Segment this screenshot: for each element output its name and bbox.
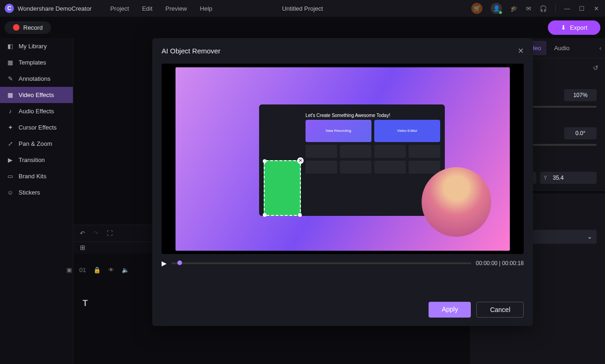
video-effects-icon: ▦ [7,91,14,98]
topbar: Record ⬇ Export [0,17,605,38]
sidebar-item-brand-kits[interactable]: ▭Brand Kits [0,168,73,184]
apply-button[interactable]: Apply [429,302,471,318]
modal-playbar: ▶ 00:00:00 | 00:00:18 [162,260,524,267]
maximize-icon[interactable]: ☐ [579,5,585,12]
scale-value[interactable]: 107% [564,89,597,101]
close-icon[interactable]: ✕ [594,5,600,12]
inner-tile-video-editor: Video Editor [374,120,440,142]
project-title: Untitled Project [282,5,323,12]
cursor-effects-icon: ✦ [7,124,14,131]
app-name: Wondershare DemoCreator [18,5,91,12]
timecode: 00:00:00 | 00:00:18 [476,260,524,266]
modal-close-icon[interactable]: ✕ [518,46,524,55]
redo-icon[interactable]: ↷ [93,230,98,237]
templates-icon: ▦ [7,59,14,66]
menu-project[interactable]: Project [110,5,129,12]
play-slider[interactable] [171,262,471,264]
minimize-icon[interactable]: — [564,5,571,12]
library-icon: ◧ [7,43,14,50]
rotation-value[interactable]: 0.0° [564,127,597,139]
record-button[interactable]: Record [5,21,51,34]
sidebar-item-cursor-effects[interactable]: ✦Cursor Effects [0,119,73,136]
track-lock-icon[interactable]: 🔒 [93,266,101,273]
text-track-icon[interactable]: T [83,299,88,308]
titlebar: C Wondershare DemoCreator Project Edit P… [0,0,605,17]
sidebar-item-transition[interactable]: ▶Transition [0,152,73,168]
app-logo: C [5,4,14,13]
sidebar-item-annotations[interactable]: ✎Annotations [0,71,73,87]
menubar: Project Edit Preview Help [110,5,212,12]
inner-tile-new-recording: New Recording [306,120,371,142]
export-icon: ⬇ [561,24,566,31]
menu-help[interactable]: Help [200,5,213,12]
resize-handle-tl[interactable] [263,159,267,163]
transition-icon: ▶ [7,156,14,163]
audio-effects-icon: ♪ [7,108,14,115]
menu-edit[interactable]: Edit [142,5,152,12]
track-media-icon[interactable]: ▣ [66,266,72,273]
track-mute-icon[interactable]: 🔈 [122,266,129,273]
undo-icon[interactable]: ↶ [80,230,85,237]
pan-zoom-icon: ⤢ [7,140,14,147]
sidebar-item-audio-effects[interactable]: ♪Audio Effects [0,103,73,119]
play-icon[interactable]: ▶ [162,260,167,267]
mail-icon[interactable]: ✉ [526,5,531,12]
resize-handle-br[interactable] [298,213,302,217]
selection-box[interactable]: ✕ [264,160,301,216]
stickers-icon: ☺ [7,189,14,196]
sidebar: ◧My Library ▦Templates ✎Annotations ▦Vid… [0,38,73,364]
cart-icon[interactable]: 🛒 [471,3,482,14]
ai-object-remover-modal: AI Object Remover ✕ Let's Create Somethi… [152,38,533,326]
sidebar-item-stickers[interactable]: ☺Stickers [0,184,73,201]
collapse-panel-icon[interactable]: ‹ [599,45,601,52]
selection-remove-icon[interactable]: ✕ [297,157,304,164]
menu-preview[interactable]: Preview [165,5,187,12]
position-y-input[interactable]: Y35.4 [540,172,597,184]
track-number: 01 [79,266,86,273]
chevron-down-icon: ⌄ [587,234,592,240]
modal-title: AI Object Remover [162,47,221,55]
education-icon[interactable]: 🎓 [510,5,518,12]
user-avatar-icon[interactable]: 👤 [491,3,502,14]
track-visibility-icon[interactable]: 👁 [108,266,114,273]
sidebar-item-templates[interactable]: ▦Templates [0,54,73,71]
record-dot-icon [13,24,20,31]
cancel-button[interactable]: Cancel [476,302,524,318]
pip-webcam [422,167,491,237]
crop-icon[interactable]: ⛶ [107,230,113,237]
sidebar-item-library[interactable]: ◧My Library [0,38,73,54]
modal-preview[interactable]: Let's Create Something Awesome Today! Ne… [162,64,524,254]
sidebar-item-pan-zoom[interactable]: ⤢Pan & Zoom [0,136,73,152]
brand-kits-icon: ▭ [7,173,14,180]
headset-icon[interactable]: 🎧 [540,5,547,12]
resize-handle-bl[interactable] [263,213,267,217]
reset-icon[interactable]: ↺ [593,64,598,72]
center-area: AI Object Remover ✕ Let's Create Somethi… [73,38,470,364]
add-track-icon[interactable]: ⊞ [80,244,85,251]
sidebar-item-video-effects[interactable]: ▦Video Effects [0,87,73,103]
play-thumb[interactable] [177,260,182,265]
annotations-icon: ✎ [7,75,14,82]
preview-frame: Let's Create Something Awesome Today! Ne… [176,67,510,251]
export-button[interactable]: ⬇ Export [548,20,600,35]
tab-audio[interactable]: Audio [548,41,575,55]
